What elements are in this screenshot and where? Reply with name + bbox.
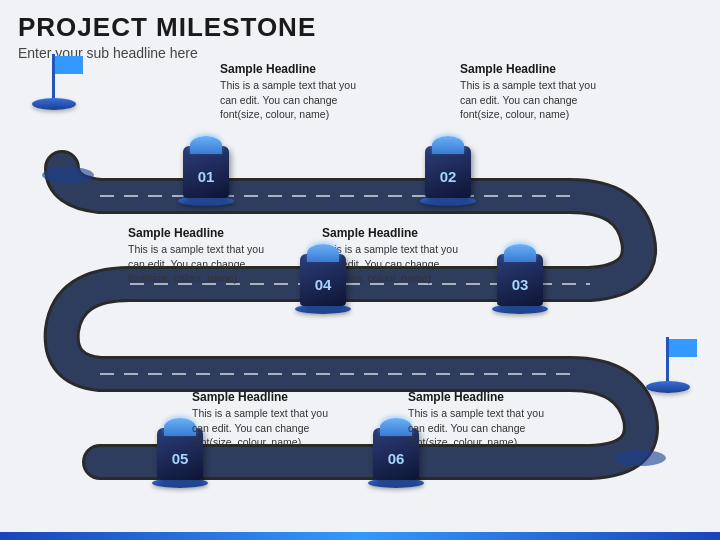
text-block-01: Sample Headline This is a sample text th… — [220, 62, 375, 122]
bottom-bar — [0, 532, 720, 540]
slide: PROJECT MILESTONE Enter your sub headlin… — [0, 0, 720, 540]
marker-03: 03 — [494, 246, 546, 306]
text-block-05: Sample Headline This is a sample text th… — [192, 390, 347, 450]
marker-02: 02 — [422, 138, 474, 198]
milestone-01: 01 — [178, 138, 234, 206]
text-block-02: Sample Headline This is a sample text th… — [460, 62, 615, 122]
svg-point-1 — [614, 450, 666, 466]
svg-point-0 — [42, 167, 94, 183]
marker-01: 01 — [180, 138, 232, 198]
text-block-04: Sample Headline This is a sample text th… — [128, 226, 283, 286]
milestone-03: 03 — [492, 246, 548, 314]
marker-04: 04 — [297, 246, 349, 306]
milestone-02: 02 — [420, 138, 476, 206]
text-block-06: Sample Headline This is a sample text th… — [408, 390, 563, 450]
milestone-04: 04 — [295, 246, 351, 314]
